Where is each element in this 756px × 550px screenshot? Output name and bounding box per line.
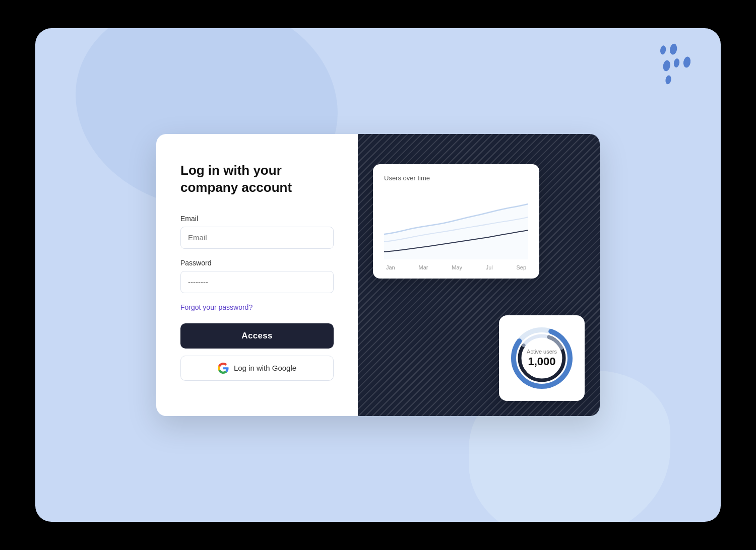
email-input[interactable] [180,227,334,249]
decorative-dots [660,41,694,85]
active-users-value: 1,000 [527,355,557,368]
dot-2 [669,43,678,55]
dot-3 [662,59,671,72]
users-over-time-chart [384,189,528,259]
right-panel: Users over time Jan Mar May Jul Sep [358,134,600,416]
dot-6 [665,75,672,85]
active-users-ring: Active users 1,000 [509,325,575,391]
password-label: Password [180,259,334,267]
access-button[interactable]: Access [180,323,334,349]
chart-label-jan: Jan [386,264,395,270]
active-users-card: Active users 1,000 [499,315,585,401]
chart-label-may: May [452,264,462,270]
google-icon [218,363,229,374]
google-button-label: Log in with Google [234,364,296,372]
form-title: Log in with your company account [180,162,334,196]
email-group: Email [180,215,334,249]
circle-text: Active users 1,000 [527,348,557,368]
chart-label-sep: Sep [516,264,526,270]
outer-background: Log in with your company account Email P… [35,28,721,522]
dot-4 [673,58,680,68]
email-label: Email [180,215,334,223]
chart-card: Users over time Jan Mar May Jul Sep [373,164,539,279]
login-form-panel: Log in with your company account Email P… [156,134,358,416]
google-login-button[interactable]: Log in with Google [180,356,334,381]
chart-x-labels: Jan Mar May Jul Sep [384,264,528,270]
chart-label-mar: Mar [418,264,428,270]
chart-label-jul: Jul [486,264,493,270]
active-users-label: Active users [527,348,557,355]
dot-1 [660,45,667,55]
login-card: Log in with your company account Email P… [156,134,600,416]
password-input[interactable] [180,271,334,293]
forgot-password-link[interactable]: Forgot your password? [180,303,334,311]
dot-5 [682,56,691,68]
chart-title: Users over time [384,174,528,182]
password-group: Password [180,259,334,293]
